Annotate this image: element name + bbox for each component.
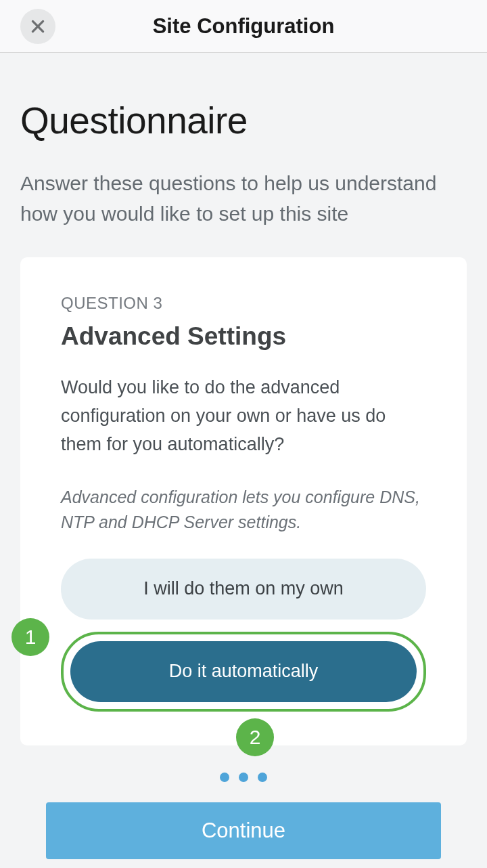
header-title: Site Configuration <box>0 14 487 39</box>
page-title: Questionnaire <box>20 99 467 142</box>
close-button[interactable] <box>20 9 55 44</box>
question-text: Would you like to do the advanced config… <box>61 374 426 459</box>
annotation-badge-1: 1 <box>11 618 49 656</box>
question-title: Advanced Settings <box>61 322 426 351</box>
pagination-dots <box>20 773 467 782</box>
question-label: QUESTION 3 <box>61 294 426 313</box>
header: Site Configuration <box>0 0 487 53</box>
continue-button[interactable]: Continue <box>46 802 441 859</box>
option-manual-button[interactable]: I will do them on my own <box>61 559 426 620</box>
pagination-dot[interactable] <box>220 773 229 782</box>
page-subtitle: Answer these questions to help us unders… <box>20 168 467 229</box>
pagination-dot[interactable] <box>258 773 267 782</box>
close-icon <box>29 18 47 35</box>
question-note: Advanced configuration lets you configur… <box>61 485 426 536</box>
question-card: QUESTION 3 Advanced Settings Would you l… <box>20 257 467 745</box>
option-automatic-button[interactable]: Do it automatically <box>70 641 417 702</box>
annotation-badge-2: 2 <box>236 718 274 756</box>
option-selected-highlight: Do it automatically <box>61 632 426 712</box>
pagination-dot[interactable] <box>239 773 248 782</box>
